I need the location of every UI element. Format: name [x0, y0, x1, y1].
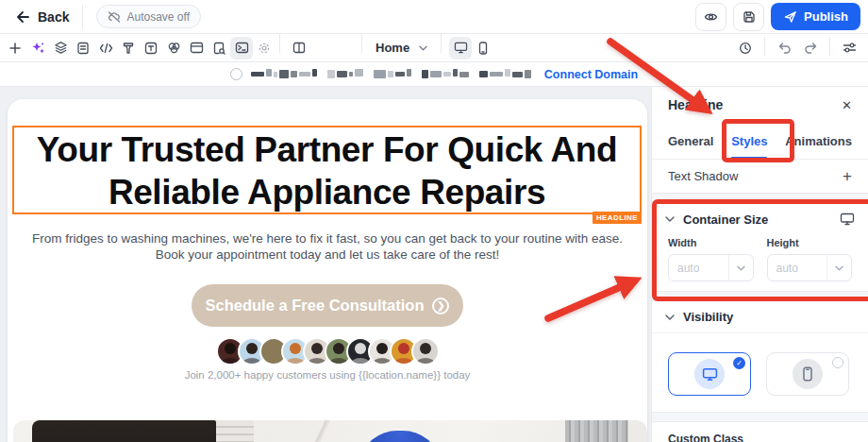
page-canvas[interactable]: Your Trusted Partner For Quick And Relia… — [8, 99, 647, 442]
redacted-url-text — [251, 69, 531, 80]
section-separator — [652, 193, 868, 203]
tab-animations[interactable]: Animations — [785, 123, 852, 159]
section-separator — [652, 412, 868, 422]
divider — [441, 34, 442, 53]
custom-class-label: Custom Class — [652, 422, 868, 442]
url-scheme-icon — [230, 68, 242, 80]
avatar — [411, 337, 440, 366]
mobile-view-button[interactable] — [472, 37, 494, 60]
page-selector-dropdown[interactable]: Home — [366, 36, 437, 60]
page-selector-label: Home — [376, 41, 409, 55]
doc-search-icon — [212, 42, 225, 55]
version-history-button[interactable] — [734, 37, 757, 60]
back-arrow-icon — [15, 10, 29, 24]
section-button[interactable] — [185, 37, 208, 60]
width-input[interactable]: auto — [668, 254, 754, 281]
photo-steel-appliance — [565, 420, 628, 442]
columns-icon — [292, 42, 306, 54]
height-input[interactable]: auto — [767, 254, 853, 281]
photo-control-panel — [216, 420, 254, 442]
height-field: Height auto — [767, 237, 853, 281]
check-circle-icon: ✓ — [733, 357, 745, 369]
visibility-desktop-option[interactable]: ✓ — [668, 352, 751, 396]
save-icon — [743, 10, 756, 24]
redo-icon — [804, 42, 818, 54]
builder-toolbar: Home — [0, 34, 868, 62]
add-text-shadow-button[interactable]: + — [843, 168, 852, 184]
shapes-button[interactable] — [162, 37, 185, 60]
headline-text[interactable]: Your Trusted Partner For Quick And Relia… — [14, 128, 640, 213]
photo-dark-appliance — [32, 420, 216, 442]
width-placeholder: auto — [669, 262, 728, 275]
layers-button[interactable] — [49, 37, 72, 60]
container-size-header[interactable]: Container Size — [652, 203, 868, 235]
save-button[interactable] — [733, 3, 764, 31]
undo-icon — [777, 42, 792, 54]
panel-header: Headline ✕ — [652, 87, 868, 123]
arrow-right-circle-icon: ❯ — [432, 298, 449, 314]
canvas-area: Your Trusted Partner For Quick And Relia… — [0, 87, 651, 442]
hero-photo[interactable] — [13, 420, 647, 442]
sliders-icon — [843, 42, 857, 54]
publish-button[interactable]: Publish — [771, 3, 860, 30]
customer-avatars — [8, 337, 647, 366]
cloud-off-icon — [108, 11, 121, 23]
connect-domain-link[interactable]: Connect Domain — [544, 68, 638, 81]
back-button[interactable]: Back — [15, 9, 69, 25]
tab-general[interactable]: General — [668, 123, 713, 159]
headline-selection-outline[interactable]: Your Trusted Partner For Quick And Relia… — [12, 126, 642, 214]
page-settings-button[interactable] — [838, 37, 860, 60]
divider — [361, 34, 362, 53]
terminal-button[interactable] — [230, 37, 253, 60]
history-icon — [739, 42, 752, 55]
close-icon[interactable]: ✕ — [842, 98, 852, 112]
visibility-header[interactable]: Visibility — [652, 301, 868, 333]
settings-button[interactable] — [253, 37, 275, 60]
plus-icon — [8, 42, 22, 55]
social-proof-text: Join 2,000+ happy customers using {{loca… — [8, 369, 647, 381]
divider — [829, 37, 830, 56]
forms-button[interactable] — [72, 37, 94, 60]
split-view-button[interactable] — [288, 37, 310, 60]
divider — [764, 37, 765, 56]
desktop-view-button[interactable] — [449, 37, 472, 60]
top-bar: Back Autosave off Publish — [0, 0, 868, 34]
ai-sparkle-icon — [31, 41, 45, 55]
chevron-down-icon — [665, 216, 675, 222]
redo-button[interactable] — [799, 37, 822, 60]
eye-icon — [704, 11, 718, 23]
hero-subtext[interactable]: From fridges to washing machines, we're … — [8, 230, 647, 263]
headline-element-badge: HEADLINE — [593, 212, 642, 224]
send-icon — [783, 9, 797, 24]
visibility-mobile-option[interactable] — [766, 352, 849, 396]
text-button[interactable] — [140, 37, 162, 60]
width-unit-dropdown[interactable] — [728, 255, 753, 280]
visibility-title: Visibility — [683, 310, 733, 324]
divider — [82, 5, 83, 29]
height-unit-dropdown[interactable] — [826, 255, 851, 280]
photo-technician-shirt — [362, 431, 439, 442]
autosave-toggle[interactable]: Autosave off — [96, 5, 201, 28]
layers-icon — [54, 41, 68, 55]
undo-button[interactable] — [773, 37, 795, 60]
width-field: Width auto — [668, 237, 754, 281]
container-size-section: Container Size Width auto Height — [652, 203, 868, 291]
text-shadow-row: Text Shadow + — [652, 160, 868, 193]
panel-tabs: General Styles Animations — [652, 123, 868, 160]
schedule-consultation-button[interactable]: Schedule a Free Consultation ❯ — [192, 284, 463, 327]
back-label: Back — [38, 9, 69, 25]
preview-button[interactable] — [695, 3, 726, 31]
funnel-button[interactable] — [117, 37, 140, 60]
code-button[interactable] — [94, 37, 117, 60]
add-element-button[interactable] — [4, 37, 26, 60]
chevron-down-icon — [665, 314, 675, 320]
ai-assistant-button[interactable] — [26, 37, 49, 60]
desktop-icon[interactable] — [840, 212, 855, 226]
radio-circle-icon — [832, 357, 843, 368]
panel-title: Headline — [668, 97, 723, 112]
autosave-label: Autosave off — [126, 10, 190, 24]
mobile-icon — [478, 42, 488, 55]
seo-button[interactable] — [208, 37, 230, 60]
subtext-line-2: Book your appointment today and let us t… — [8, 246, 647, 263]
tab-styles[interactable]: Styles — [731, 123, 767, 159]
